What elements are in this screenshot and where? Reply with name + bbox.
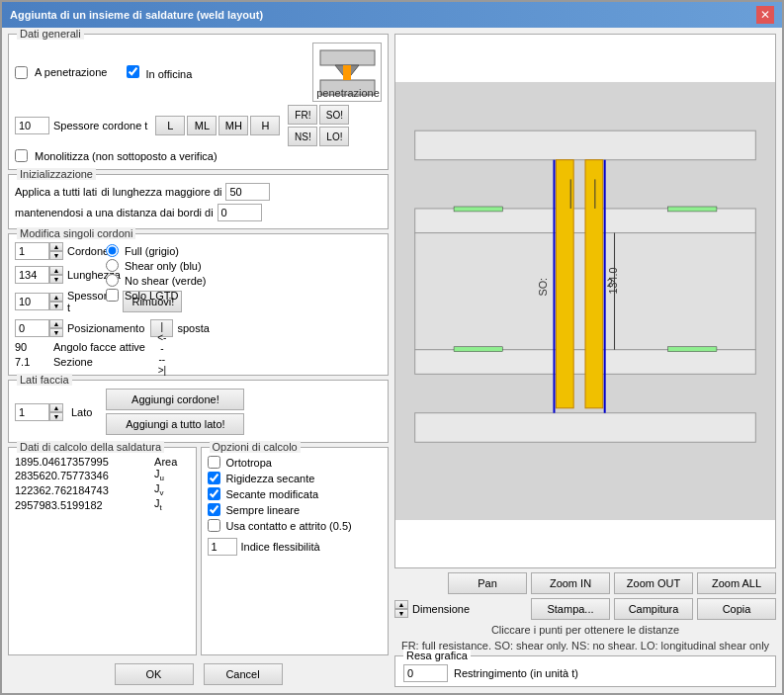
lati-group: Lati faccia ▲ ▼ Lato Aggiungi cordone! [8, 380, 389, 443]
ok-btn[interactable]: OK [115, 663, 194, 685]
jt-value: 2957983.5199182 [15, 497, 150, 512]
mantenendo-label: mantenendosi a una distanza dai bordi di [15, 207, 214, 218]
close-button[interactable]: ✕ [756, 6, 774, 24]
lunghezza-input[interactable] [15, 266, 49, 284]
cordone-up[interactable]: ▲ [49, 242, 63, 251]
lineare-checkbox[interactable] [208, 503, 220, 516]
lato-input[interactable] [15, 403, 49, 421]
posiz-down[interactable]: ▼ [49, 328, 63, 337]
svg-text:134.0: 134.0 [607, 267, 619, 294]
dim-down[interactable]: ▼ [394, 609, 408, 618]
init-title: Inizializzazione [17, 168, 96, 180]
dati-generali-group: Dati generali A penetrazione In officina [8, 34, 389, 170]
svg-rect-6 [415, 130, 756, 160]
zoomin-btn[interactable]: Zoom IN [531, 572, 610, 594]
lato-up[interactable]: ▲ [49, 403, 63, 412]
window-title: Aggiunta di un insieme di saldature (wel… [10, 9, 263, 21]
radio-full[interactable] [106, 244, 119, 257]
radio-noshear[interactable] [106, 274, 119, 287]
btn-ML[interactable]: ML [187, 116, 217, 135]
svg-rect-21 [668, 207, 717, 212]
dati-generali-title: Dati generali [17, 28, 84, 40]
stampa-btn[interactable]: Stampa... [531, 598, 610, 620]
posiz-btn[interactable]: |<-- -->| [150, 319, 173, 337]
btn-NS[interactable]: NS! [288, 127, 317, 146]
lineare-label: Sempre lineare [226, 504, 301, 516]
flessibilita-label: Indice flessibilità [241, 541, 320, 553]
spessore-down[interactable]: ▼ [49, 302, 63, 310]
zoomout-btn[interactable]: Zoom OUT [614, 572, 693, 594]
secante-checkbox[interactable] [208, 487, 220, 500]
svg-rect-12 [585, 160, 603, 408]
jv-value: 122362.762184743 [15, 482, 150, 497]
jv-label: Jv [150, 482, 189, 497]
lato-label: Lato [71, 406, 92, 418]
jt-label: Jt [150, 497, 189, 512]
area-value: 1895.04617357995 [15, 456, 150, 468]
svg-text:SO:: SO: [537, 278, 549, 297]
btn-FR[interactable]: FR! [288, 105, 317, 125]
in-officina-checkbox[interactable] [127, 65, 139, 78]
ortotropa-checkbox[interactable] [208, 456, 220, 469]
radio-shear-label: Shear only (blu) [125, 260, 202, 272]
dimensione-label: Dimensione [412, 603, 470, 615]
opzioni-group: Opzioni di calcolo Ortotropa Rigidezza s… [201, 447, 390, 655]
spessore-mod-input[interactable] [15, 293, 49, 310]
svg-rect-24 [454, 347, 502, 352]
flessibilita-input[interactable] [208, 538, 237, 556]
area-label: Area [150, 456, 189, 468]
btn-LO[interactable]: LO! [319, 127, 349, 146]
weld-type-icon: penetrazione [312, 43, 382, 102]
monolitizza-checkbox[interactable] [15, 149, 28, 162]
cordone-down[interactable]: ▼ [49, 251, 63, 260]
svg-rect-10 [415, 413, 756, 443]
restringimento-input[interactable] [403, 664, 448, 682]
lunghezza-down[interactable]: ▼ [49, 275, 63, 284]
lunghezza-init-label: di lunghezza maggiore di [101, 186, 221, 198]
sposta-label: sposta [177, 322, 209, 334]
contatto-checkbox[interactable] [208, 519, 220, 532]
lato-down[interactable]: ▼ [49, 412, 63, 421]
rigidezza-checkbox[interactable] [208, 472, 220, 484]
dati-calcolo-group: Dati di calcolo della saldatura 1895.046… [8, 447, 197, 655]
applica-label: Applica a tutti lati [15, 186, 97, 198]
posiz-up[interactable]: ▲ [49, 319, 63, 328]
btn-H[interactable]: H [250, 116, 280, 135]
ortotropa-label: Ortotropa [226, 457, 272, 469]
sezione-value: 7.1 [15, 356, 49, 368]
sezione-label: Sezione [53, 356, 93, 368]
campitura-btn[interactable]: Campitura [614, 598, 693, 620]
btn-L[interactable]: L [155, 116, 185, 135]
penetrazione-checkbox[interactable] [15, 66, 28, 79]
area-row: 1895.04617357995 Area [15, 456, 190, 468]
posiz-input[interactable] [15, 319, 49, 337]
btn-MH[interactable]: MH [218, 116, 248, 135]
init-group: Inizializzazione Applica a tutti lati di… [8, 174, 389, 229]
cordone-input[interactable] [15, 242, 49, 260]
aggiungi-cordone-btn[interactable]: Aggiungi cordone! [106, 389, 244, 410]
radio-shear[interactable] [106, 259, 119, 272]
distanza-input[interactable] [218, 204, 262, 221]
weld-canvas: SO: 2 134.0 [395, 35, 775, 567]
cancel-btn[interactable]: Cancel [204, 663, 283, 685]
spessore-up[interactable]: ▲ [49, 293, 63, 302]
spessore-input[interactable] [15, 117, 49, 134]
dim-up[interactable]: ▲ [394, 600, 408, 609]
copia-btn[interactable]: Copia [697, 598, 776, 620]
spessore-label: Spessore cordone t [53, 120, 147, 131]
lunghezza-init-input[interactable] [225, 183, 270, 201]
svg-rect-22 [454, 207, 502, 212]
svg-rect-23 [668, 347, 717, 352]
contatto-label: Usa contatto e attrito (0.5) [226, 520, 352, 532]
ju-value: 2835620.75773346 [15, 468, 150, 482]
svg-rect-0 [320, 50, 375, 65]
aggiungi-tutto-btn[interactable]: Aggiungi a tutto lato! [106, 413, 244, 435]
lunghezza-up[interactable]: ▲ [49, 266, 63, 275]
btn-SO[interactable]: SO! [319, 105, 349, 125]
zoomall-btn[interactable]: Zoom ALL [697, 572, 776, 594]
jt-row: 2957983.5199182 Jt [15, 497, 190, 512]
pan-btn[interactable]: Pan [448, 572, 527, 594]
solo-lgtd-checkbox[interactable] [106, 289, 119, 302]
dati-calcolo-title: Dati di calcolo della saldatura [17, 441, 164, 453]
solo-lgtd-label: Solo LGTD [125, 290, 178, 302]
